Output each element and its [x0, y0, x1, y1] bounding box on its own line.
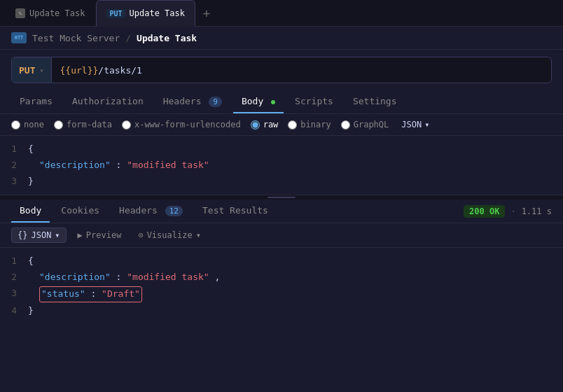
tab-params[interactable]: Params [11, 90, 61, 113]
method-label: PUT [19, 65, 35, 76]
separator-dot: · [510, 206, 515, 216]
visualize-icon: ⊙ [138, 230, 143, 240]
method-select[interactable]: PUT ▾ [12, 57, 52, 83]
json-format-button[interactable]: {} JSON ▾ [11, 227, 67, 243]
edit-icon: ✎ [15, 8, 25, 18]
status-code-badge: 200 OK [464, 205, 505, 218]
option-x-www[interactable]: x-www-form-urlencoded [122, 120, 241, 130]
url-path-part: /tasks/1 [98, 65, 142, 76]
tab-bar: ✎ Update Task PUT Update Task + [0, 0, 563, 27]
url-template-part: {{url}} [60, 65, 99, 76]
tab-authorization[interactable]: Authorization [64, 90, 152, 113]
play-icon: ▶ [78, 230, 83, 240]
tab-update-task-1[interactable]: ✎ Update Task [6, 0, 95, 27]
add-tab-button[interactable]: + [197, 4, 216, 23]
highlighted-status-line: "status" : "Draft" [39, 286, 142, 302]
visualize-button[interactable]: ⊙ Visualize ▾ [132, 228, 207, 242]
option-binary[interactable]: binary [288, 120, 331, 130]
res-line-4: 4 } [0, 303, 563, 319]
body-options: none form-data x-www-form-urlencoded raw… [0, 114, 563, 136]
breadcrumb-server[interactable]: Test Mock Server [32, 33, 120, 43]
option-form-data[interactable]: form-data [54, 120, 112, 130]
format-label: JSON [31, 230, 51, 240]
res-line-3: 3 "status" : "Draft" [0, 286, 563, 303]
response-tab-body[interactable]: Body [11, 200, 50, 223]
body-active-dot [271, 100, 275, 104]
option-graphql[interactable]: GraphQL [341, 120, 389, 130]
json-format-label: JSON [401, 120, 422, 130]
response-headers-badge: 12 [165, 206, 183, 216]
response-toolbar: {} JSON ▾ ▶ Preview ⊙ Visualize ▾ [0, 223, 563, 248]
dropdown-arrow-icon: ▾ [55, 230, 60, 240]
headers-badge: 9 [209, 97, 222, 107]
url-display[interactable]: {{url}} /tasks/1 [52, 65, 551, 76]
curly-braces-icon: {} [18, 230, 27, 240]
visualize-arrow-icon: ▾ [196, 230, 201, 240]
response-tab-headers[interactable]: Headers 12 [111, 200, 191, 223]
response-tab-cookies[interactable]: Cookies [53, 200, 108, 223]
preview-button[interactable]: ▶ Preview [72, 228, 127, 242]
option-none[interactable]: none [11, 120, 44, 130]
tab-label-2: Update Task [130, 8, 185, 18]
req-line-1: 1 { [0, 141, 563, 158]
preview-label: Preview [86, 230, 122, 240]
breadcrumb-separator: / [125, 33, 131, 43]
visualize-label: Visualize [147, 230, 193, 240]
res-line-2: 2 "description" : "modified task" , [0, 270, 563, 286]
tab-headers[interactable]: Headers 9 [155, 90, 230, 113]
req-line-3: 3 } [0, 174, 563, 190]
response-time: 1.11 s [522, 206, 552, 216]
drag-handle [267, 197, 296, 198]
server-icon: HTT [11, 32, 27, 43]
response-nav-tabs: Body Cookies Headers 12 Test Results 200… [0, 200, 563, 223]
tab-settings[interactable]: Settings [345, 90, 405, 113]
json-format-dropdown[interactable]: JSON ▾ [401, 120, 429, 130]
option-raw[interactable]: raw [251, 120, 279, 130]
method-badge: PUT [106, 9, 125, 18]
tab-label-1: Update Task [29, 8, 85, 18]
tab-body[interactable]: Body [233, 90, 284, 113]
breadcrumb-current: Update Task [137, 33, 197, 43]
chevron-down-icon: ▾ [424, 120, 429, 130]
res-line-1: 1 { [0, 253, 563, 270]
tab-update-task-2[interactable]: PUT Update Task [96, 0, 195, 27]
request-nav-tabs: Params Authorization Headers 9 Body Scri… [0, 90, 563, 114]
req-line-2: 2 "description" : "modified task" [0, 158, 563, 174]
tab-scripts[interactable]: Scripts [286, 90, 342, 113]
dropdown-arrow-icon: ▾ [39, 66, 43, 74]
breadcrumb: HTT Test Mock Server / Update Task [0, 27, 563, 50]
status-badge-area: 200 OK · 1.11 s [464, 205, 552, 218]
request-body-editor[interactable]: 1 { 2 "description" : "modified task" 3 … [0, 136, 563, 195]
response-tab-test-results[interactable]: Test Results [194, 200, 277, 223]
response-body-editor: 1 { 2 "description" : "modified task" , … [0, 248, 563, 324]
url-bar: PUT ▾ {{url}} /tasks/1 [11, 57, 552, 83]
